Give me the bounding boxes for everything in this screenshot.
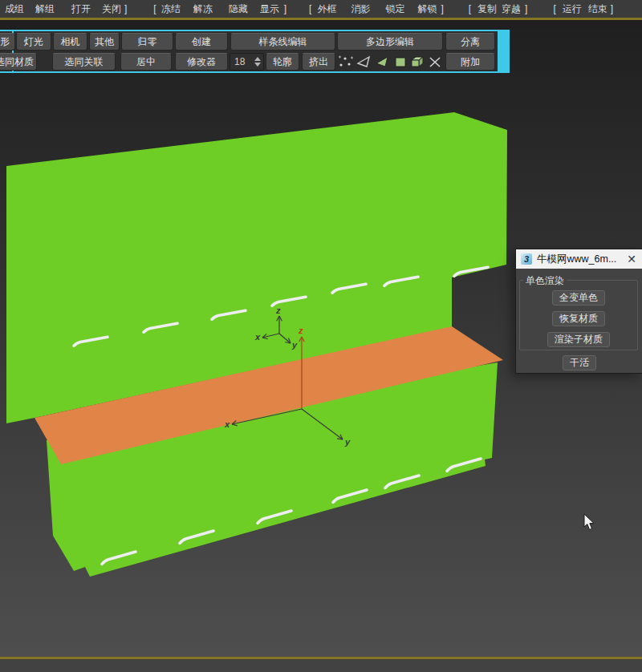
toolbar-border-top (0, 30, 510, 31)
menu-item-run[interactable]: 运行 (563, 0, 582, 18)
tb-detach-button[interactable]: 分离 (445, 33, 495, 51)
3ds-max-window: { "menu_bar": { "items": ["成组","解组","打开"… (0, 0, 642, 672)
tb-modifier-button[interactable]: 修改器 (175, 53, 228, 71)
menu-bracket: [ (153, 0, 156, 18)
menu-item-ungroup[interactable]: 解组 (35, 0, 55, 18)
toolbar-border-bottom (0, 71, 510, 73)
axis-label-z: z (298, 326, 303, 335)
tb-attach-button[interactable]: 附加 (445, 53, 495, 71)
menu-item-freeze[interactable]: 冻结 (161, 0, 181, 18)
tb-camera-button[interactable]: 相机 (53, 33, 87, 51)
menu-item-unlock[interactable]: 解锁 (417, 0, 437, 18)
polygon-icon[interactable] (392, 55, 408, 69)
menu-item-hide[interactable]: 隐藏 (229, 0, 248, 18)
menu-item-outline-box[interactable]: 外框 (317, 0, 336, 18)
axis-label-x: x (224, 419, 230, 429)
plugin-dialog: 3 牛模网www_6m... ✕ 单色渲染 全变单色 恢复材质 渲染子材质 干活 (515, 249, 642, 374)
segments-spinner[interactable]: 18 (230, 53, 264, 71)
axis-label-z: z (275, 306, 281, 315)
menu-bracket: [ (309, 0, 311, 18)
status-bar (0, 659, 642, 672)
exit-subobject-icon[interactable] (427, 55, 443, 69)
dialog-titlebar[interactable]: 3 牛模网www_6m... ✕ (516, 249, 642, 269)
axis-label-y: y (344, 437, 351, 447)
restore-material-button[interactable]: 恢复材质 (552, 311, 605, 326)
tb-poly-edit-button[interactable]: 多边形编辑 (337, 33, 443, 51)
tb-zero-button[interactable]: 归零 (121, 33, 173, 51)
tb-center-button[interactable]: 居中 (120, 53, 172, 71)
do-work-button[interactable]: 干活 (563, 355, 596, 370)
tb-same-material-button[interactable]: 选同材质 (0, 53, 37, 71)
menu-item-close[interactable]: 关闭 (102, 0, 121, 18)
menu-item-end[interactable]: 结束 (588, 0, 607, 18)
script-menu-bar: 成组 解组 打开 关闭 ] [ 冻结 解冻 隐藏 显示 ] [ 外框 消影 锁定… (0, 0, 642, 18)
tb-other-button[interactable]: 其他 (89, 33, 120, 51)
menu-item-hide-shadow[interactable]: 消影 (351, 0, 370, 18)
menu-bracket: ] (124, 0, 127, 18)
script-toolbar: 形 灯光 相机 其他 归零 创建 样条线编辑 多边形编辑 分离 选同材质 选同关… (0, 30, 510, 73)
toolbar-grip[interactable] (498, 30, 510, 73)
render-submaterial-button[interactable]: 渲染子材质 (547, 332, 610, 347)
axis-label-x: x (254, 332, 261, 342)
tb-create-button[interactable]: 创建 (175, 33, 228, 51)
tb-extrude-button[interactable]: 挤出 (302, 53, 335, 71)
tb-light-button[interactable]: 灯光 (16, 33, 51, 51)
menu-bracket: ] (284, 0, 286, 18)
group-label: 单色渲染 (523, 274, 567, 288)
max-script-icon: 3 (521, 253, 532, 265)
close-icon[interactable]: ✕ (625, 253, 638, 265)
element-icon[interactable] (409, 55, 425, 69)
menu-bracket: [ (553, 0, 555, 18)
spinner-up-icon[interactable] (254, 57, 261, 61)
menu-item-copy[interactable]: 复制 (477, 0, 497, 18)
menu-bracket: ] (525, 0, 527, 18)
vertex-icon[interactable] (338, 55, 354, 69)
menu-item-lock[interactable]: 锁定 (385, 0, 404, 18)
tb-shape-button[interactable]: 形 (0, 33, 15, 51)
toolbar-gap (0, 20, 642, 30)
tb-outline-button[interactable]: 轮廓 (266, 53, 299, 71)
dialog-title: 牛模网www_6m... (537, 253, 625, 266)
dialog-body: 单色渲染 全变单色 恢复材质 渲染子材质 干活 (516, 269, 642, 373)
menu-item-group[interactable]: 成组 (5, 0, 24, 18)
menu-bracket: [ (469, 0, 471, 18)
axis-label-y: y (291, 340, 298, 350)
tb-spline-edit-button[interactable]: 样条线编辑 (230, 33, 335, 51)
menu-item-traverse[interactable]: 穿越 (502, 0, 521, 18)
edge-icon[interactable] (356, 55, 372, 69)
menu-bracket: ] (441, 0, 443, 18)
segments-value[interactable]: 18 (230, 54, 254, 70)
menu-item-open[interactable]: 打开 (71, 0, 91, 18)
spinner-arrows[interactable] (254, 57, 263, 67)
spinner-down-icon[interactable] (254, 63, 261, 67)
monochrome-render-group: 单色渲染 全变单色 恢复材质 渲染子材质 (519, 280, 638, 350)
menu-item-show[interactable]: 显示 (260, 0, 279, 18)
menu-bracket: ] (611, 0, 613, 18)
all-to-monochrome-button[interactable]: 全变单色 (552, 290, 605, 306)
menu-item-unfreeze[interactable]: 解冻 (193, 0, 213, 18)
tb-same-link-button[interactable]: 选同关联 (52, 53, 116, 71)
face-icon[interactable] (374, 55, 390, 69)
